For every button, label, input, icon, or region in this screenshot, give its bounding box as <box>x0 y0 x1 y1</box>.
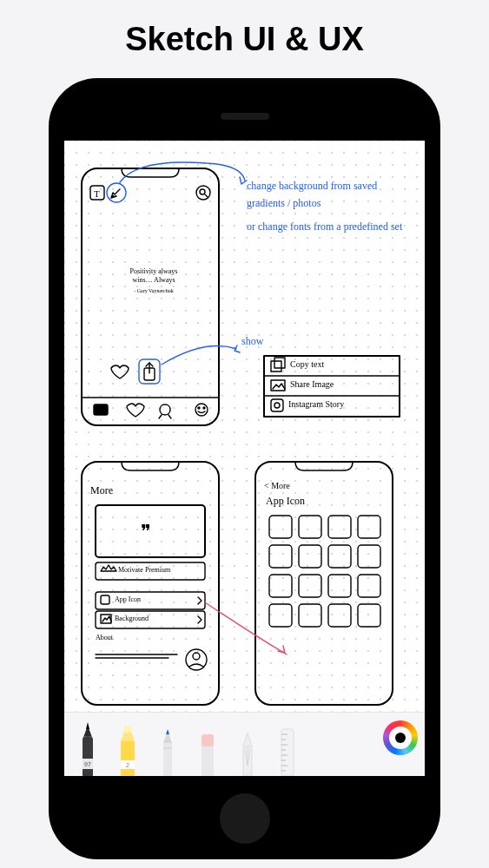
drawing-canvas[interactable]: T <box>64 141 425 776</box>
screen2-premium: Motivate Premium <box>118 566 170 574</box>
pen-tool[interactable]: 97 <box>69 715 106 776</box>
svg-rect-47 <box>358 575 380 597</box>
svg-rect-18 <box>271 361 281 372</box>
arrow-app-icon-link <box>205 602 287 654</box>
svg-rect-46 <box>328 575 351 597</box>
app-screen: T <box>64 141 425 776</box>
smudge-tool[interactable] <box>229 715 266 776</box>
svg-rect-59 <box>202 734 214 746</box>
svg-rect-48 <box>269 604 292 627</box>
device-frame: T <box>49 78 440 859</box>
svg-rect-43 <box>358 545 380 568</box>
svg-point-10 <box>200 189 205 194</box>
drawing-toolbar: 97 2 <box>64 712 425 776</box>
svg-rect-41 <box>299 545 321 568</box>
color-picker[interactable] <box>383 720 418 755</box>
svg-point-9 <box>196 186 210 200</box>
screen2-row-background: Background <box>115 615 149 622</box>
svg-text:T: T <box>94 188 100 199</box>
annotation-change-bg: change background from saved gradients /… <box>247 177 420 235</box>
speaker-slot <box>221 113 269 120</box>
screen2-about: About <box>96 634 113 641</box>
menu-item-share: Share Image <box>290 379 334 389</box>
svg-rect-40 <box>269 545 292 568</box>
svg-rect-42 <box>328 545 351 568</box>
svg-point-22 <box>274 403 280 408</box>
svg-rect-49 <box>299 604 321 627</box>
svg-point-34 <box>193 653 200 660</box>
eraser-tool[interactable] <box>189 715 226 776</box>
svg-rect-23 <box>82 462 219 705</box>
svg-point-4 <box>198 407 200 409</box>
svg-rect-27 <box>96 592 205 609</box>
page-title: Sketch UI & UX <box>0 0 489 58</box>
svg-text:2: 2 <box>126 762 129 768</box>
annotation-show: show <box>241 335 263 348</box>
svg-text:❞: ❞ <box>141 521 151 542</box>
pencil-tool[interactable] <box>149 715 186 776</box>
arrow-annotation-top <box>120 162 245 182</box>
svg-text:97: 97 <box>84 761 91 767</box>
wireframe-phone-1: T <box>82 168 219 425</box>
svg-rect-28 <box>101 595 109 604</box>
svg-rect-60 <box>281 729 294 776</box>
ruler-tool[interactable] <box>269 715 306 776</box>
menu-item-instagram: Instagram Story <box>288 399 344 409</box>
svg-line-11 <box>205 194 208 197</box>
svg-rect-0 <box>82 168 219 425</box>
svg-point-5 <box>203 407 205 409</box>
screen3-back: < More <box>264 481 290 490</box>
svg-rect-54 <box>124 726 131 733</box>
highlighter-tool[interactable]: 2 <box>109 715 146 776</box>
svg-rect-37 <box>299 516 321 538</box>
screen3-title: App Icon <box>266 495 305 508</box>
screen2-row-appicon: App Icon <box>115 595 141 603</box>
svg-rect-21 <box>271 399 283 411</box>
svg-rect-45 <box>299 575 321 597</box>
svg-rect-50 <box>328 604 351 627</box>
svg-rect-38 <box>328 516 351 538</box>
quote-text: Positivity always wins… Always - Gary Va… <box>115 267 193 295</box>
svg-rect-44 <box>269 575 292 597</box>
screen2-title: More <box>90 484 113 497</box>
menu-item-copy: Copy text <box>290 359 324 369</box>
svg-rect-51 <box>358 604 380 627</box>
wireframe-phone-2: ❞ <box>82 462 219 705</box>
svg-rect-36 <box>269 516 292 538</box>
svg-rect-2 <box>94 404 108 415</box>
svg-rect-29 <box>96 611 205 628</box>
svg-point-3 <box>195 404 208 416</box>
home-button[interactable] <box>220 793 270 844</box>
svg-rect-39 <box>358 516 380 538</box>
svg-rect-19 <box>274 358 285 368</box>
arrow-show <box>162 346 236 365</box>
